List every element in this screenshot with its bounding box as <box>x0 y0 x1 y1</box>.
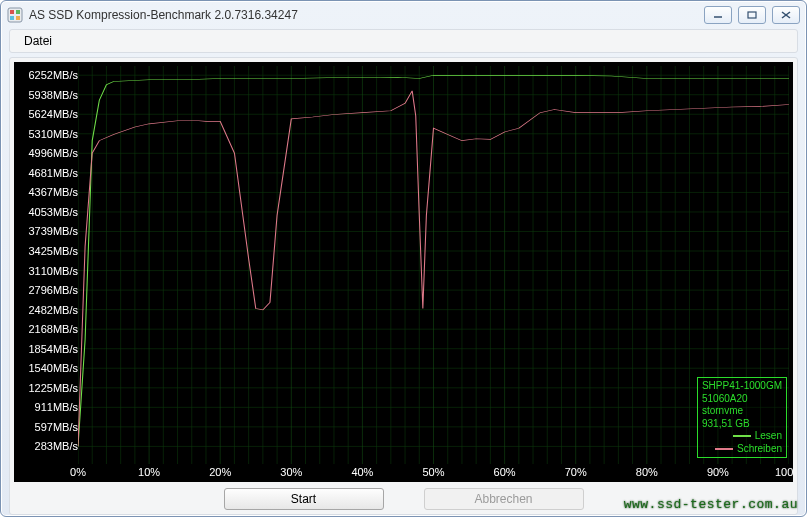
y-tick-label: 2168MB/s <box>28 323 78 335</box>
y-tick-label: 911MB/s <box>35 401 78 413</box>
x-tick-label: 0% <box>70 466 86 478</box>
y-tick-label: 4367MB/s <box>28 186 78 198</box>
window-controls <box>704 6 800 24</box>
y-tick-label: 1854MB/s <box>28 343 78 355</box>
x-tick-label: 90% <box>707 466 729 478</box>
legend-write-swatch <box>715 448 733 450</box>
legend-model: SHPP41-1000GM <box>702 380 782 393</box>
titlebar[interactable]: AS SSD Kompression-Benchmark 2.0.7316.34… <box>1 1 806 29</box>
legend-write-label: Schreiben <box>737 443 782 456</box>
svg-rect-4 <box>16 16 20 20</box>
x-tick-label: 60% <box>494 466 516 478</box>
x-tick-label: 50% <box>422 466 444 478</box>
legend-firmware: 51060A20 <box>702 393 782 406</box>
y-tick-label: 3110MB/s <box>28 265 78 277</box>
y-tick-label: 2796MB/s <box>28 284 78 296</box>
svg-rect-1 <box>10 10 14 14</box>
app-window: AS SSD Kompression-Benchmark 2.0.7316.34… <box>0 0 807 517</box>
legend-read-row: Lesen <box>702 430 782 443</box>
window-title: AS SSD Kompression-Benchmark 2.0.7316.34… <box>29 8 704 22</box>
x-tick-label: 40% <box>351 466 373 478</box>
y-tick-label: 2482MB/s <box>28 304 78 316</box>
y-tick-label: 1225MB/s <box>28 382 78 394</box>
y-tick-label: 4996MB/s <box>28 147 78 159</box>
x-tick-label: 70% <box>565 466 587 478</box>
x-tick-label: 30% <box>280 466 302 478</box>
menu-file[interactable]: Datei <box>18 32 58 50</box>
y-tick-label: 6252MB/s <box>28 69 78 81</box>
chart-panel: 283MB/s597MB/s911MB/s1225MB/s1540MB/s185… <box>9 57 798 515</box>
legend-read-label: Lesen <box>755 430 782 443</box>
abort-button: Abbrechen <box>424 488 584 510</box>
legend-driver: stornvme <box>702 405 782 418</box>
x-tick-label: 10% <box>138 466 160 478</box>
plot-area <box>78 66 789 464</box>
svg-rect-6 <box>748 12 756 18</box>
x-axis-labels: 0%10%20%30%40%50%60%70%80%90%100% <box>78 466 789 480</box>
minimize-button[interactable] <box>704 6 732 24</box>
y-tick-label: 283MB/s <box>35 440 78 452</box>
legend: SHPP41-1000GM 51060A20 stornvme 931,51 G… <box>697 377 787 458</box>
y-tick-label: 5310MB/s <box>28 128 78 140</box>
chart: 283MB/s597MB/s911MB/s1225MB/s1540MB/s185… <box>14 62 793 482</box>
close-button[interactable] <box>772 6 800 24</box>
menubar: Datei <box>9 29 798 53</box>
y-tick-label: 5938MB/s <box>28 89 78 101</box>
y-tick-label: 4681MB/s <box>28 167 78 179</box>
start-button[interactable]: Start <box>224 488 384 510</box>
y-tick-label: 1540MB/s <box>28 362 78 374</box>
svg-rect-2 <box>16 10 20 14</box>
y-tick-label: 4053MB/s <box>28 206 78 218</box>
y-tick-label: 5624MB/s <box>28 108 78 120</box>
x-tick-label: 100% <box>775 466 793 478</box>
x-tick-label: 20% <box>209 466 231 478</box>
legend-write-row: Schreiben <box>702 443 782 456</box>
y-tick-label: 3739MB/s <box>28 225 78 237</box>
watermark: www.ssd-tester.com.au <box>624 497 798 512</box>
legend-read-swatch <box>733 435 751 437</box>
svg-rect-3 <box>10 16 14 20</box>
x-tick-label: 80% <box>636 466 658 478</box>
y-tick-label: 3425MB/s <box>28 245 78 257</box>
y-tick-label: 597MB/s <box>35 421 78 433</box>
maximize-button[interactable] <box>738 6 766 24</box>
app-icon <box>7 7 23 23</box>
legend-capacity: 931,51 GB <box>702 418 782 431</box>
